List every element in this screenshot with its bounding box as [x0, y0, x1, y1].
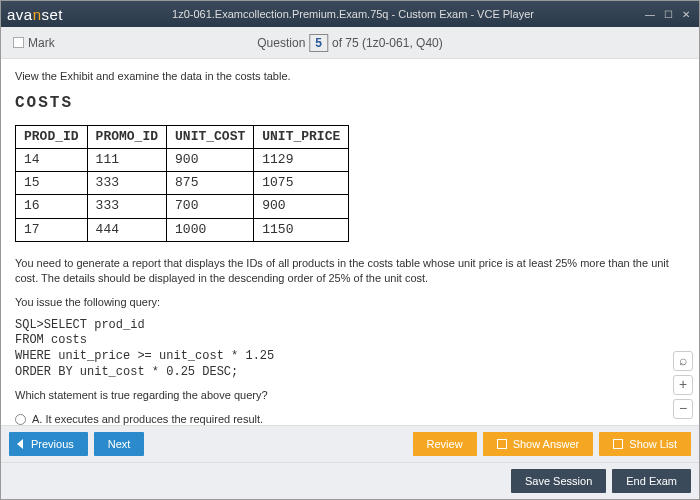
logo-part: ava [7, 6, 33, 23]
table-row: 153338751075 [16, 172, 349, 195]
app-logo: avanset [7, 6, 63, 23]
option-label: A. It executes and produces the required… [32, 412, 263, 425]
bottom-toolbar: Previous Next Review Show Answer Show Li… [1, 425, 699, 462]
mark-checkbox[interactable]: Mark [13, 36, 55, 50]
zoom-reset-icon[interactable]: ⌕ [673, 351, 693, 371]
btn-label: Show Answer [513, 438, 580, 450]
table-title: COSTS [15, 92, 685, 114]
requirement-text: You need to generate a report that displ… [15, 256, 685, 287]
question-bar: Mark Question 5 of 75 (1z0-061, Q40) [1, 27, 699, 59]
costs-table: PROD_ID PROMO_ID UNIT_COST UNIT_PRICE 14… [15, 125, 349, 242]
window-title: 1z0-061.Examcollection.Premium.Exam.75q … [63, 8, 643, 20]
intro-text: View the Exhibit and examine the data in… [15, 69, 685, 84]
table-header-row: PROD_ID PROMO_ID UNIT_COST UNIT_PRICE [16, 125, 349, 148]
col-header: PROD_ID [16, 125, 88, 148]
zoom-out-icon[interactable]: − [673, 399, 693, 419]
question-content: View the Exhibit and examine the data in… [1, 59, 699, 425]
question-total: of 75 (1z0-061, Q40) [332, 36, 443, 50]
close-icon[interactable]: ✕ [679, 7, 693, 21]
question-label: Question [257, 36, 305, 50]
zoom-controls: ⌕ + − [673, 351, 693, 419]
btn-label: Review [427, 438, 463, 450]
answer-options: A. It executes and produces the required… [15, 412, 685, 425]
question-number[interactable]: 5 [309, 34, 328, 52]
option-a[interactable]: A. It executes and produces the required… [15, 412, 685, 425]
mark-label: Mark [28, 36, 55, 50]
end-exam-button[interactable]: End Exam [612, 469, 691, 493]
checkbox-icon [13, 37, 24, 48]
btn-label: Save Session [525, 475, 592, 487]
next-button[interactable]: Next [94, 432, 145, 456]
show-answer-button[interactable]: Show Answer [483, 432, 594, 456]
table-row: 16333700 900 [16, 195, 349, 218]
app-window: avanset 1z0-061.Examcollection.Premium.E… [0, 0, 700, 500]
table-row: 141119001129 [16, 148, 349, 171]
zoom-in-icon[interactable]: + [673, 375, 693, 395]
question-indicator: Question 5 of 75 (1z0-061, Q40) [257, 34, 442, 52]
logo-part: n [33, 6, 42, 23]
minimize-icon[interactable]: — [643, 7, 657, 21]
which-text: Which statement is true regarding the ab… [15, 388, 685, 403]
table-row: 1744410001150 [16, 218, 349, 241]
logo-part: set [42, 6, 64, 23]
col-header: UNIT_COST [167, 125, 254, 148]
checkbox-icon [613, 439, 623, 449]
btn-label: Previous [31, 438, 74, 450]
previous-button[interactable]: Previous [9, 432, 88, 456]
show-list-button[interactable]: Show List [599, 432, 691, 456]
col-header: PROMO_ID [87, 125, 166, 148]
save-session-button[interactable]: Save Session [511, 469, 606, 493]
maximize-icon[interactable]: ☐ [661, 7, 675, 21]
review-button[interactable]: Review [413, 432, 477, 456]
col-header: UNIT_PRICE [254, 125, 349, 148]
btn-label: Show List [629, 438, 677, 450]
radio-icon [15, 414, 26, 425]
titlebar: avanset 1z0-061.Examcollection.Premium.E… [1, 1, 699, 27]
sql-code: SQL>SELECT prod_id FROM costs WHERE unit… [15, 318, 685, 380]
btn-label: End Exam [626, 475, 677, 487]
bottom-toolbar-2: Save Session End Exam [1, 462, 699, 499]
issue-text: You issue the following query: [15, 295, 685, 310]
btn-label: Next [108, 438, 131, 450]
checkbox-icon [497, 439, 507, 449]
window-controls: — ☐ ✕ [643, 7, 693, 21]
